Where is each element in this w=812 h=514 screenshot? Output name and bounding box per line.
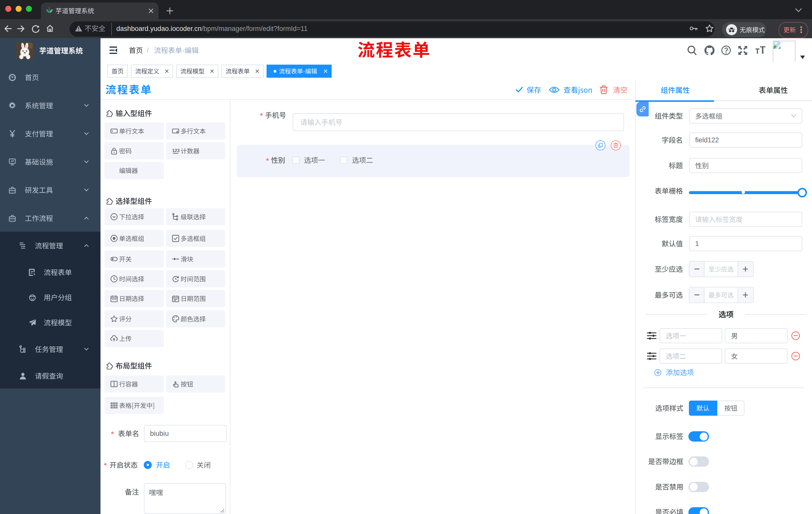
svg-text:123: 123 — [172, 148, 180, 153]
